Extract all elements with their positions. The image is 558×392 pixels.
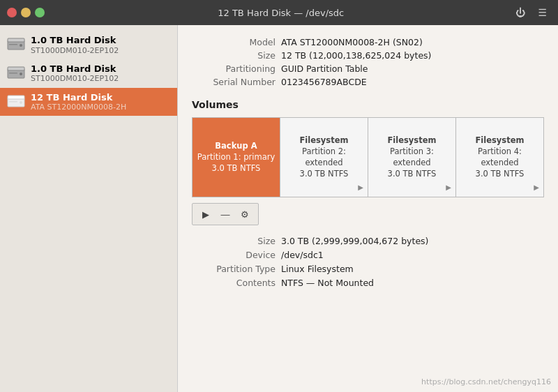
partition-1-type: Partition 1: primary [197,151,275,163]
menu-button[interactable]: ☰ [534,6,551,20]
partition-bar: Backup A Partition 1: primary 3.0 TB NTF… [192,117,544,197]
svg-rect-7 [9,73,17,74]
partition-2-name: Filesystem [299,135,348,146]
partition-2[interactable]: Filesystem Partition 2: extended 3.0 TB … [280,118,368,197]
titlebar-actions: ⏻ ☰ [511,6,551,20]
sidebar-disk1-subtitle: ST1000DM010-2EP102 [31,46,119,55]
model-value: ATA ST12000NM0008-2H (SN02) [281,36,544,48]
partition-2-type: Partition 2: extended [283,146,365,168]
partition-2-arrow: ▶ [358,183,363,191]
partition-3-type: Partition 3: extended [371,146,453,168]
svg-rect-5 [8,67,24,70]
partition-details: Size 3.0 TB (2,999,999,004,672 bytes) De… [192,235,544,289]
disk-info: Model ATA ST12000NM0008-2H (SN02) Size 1… [192,36,544,88]
partition-4-type: Partition 4: extended [459,146,541,168]
model-label: Model [192,36,276,48]
sidebar-text-disk2: 1.0 TB Hard Disk ST1000DM010-2EP102 [31,63,119,84]
gear-button[interactable]: ⚙ [236,206,254,222]
detail-device-label: Device [192,249,276,261]
sidebar-disk2-title: 1.0 TB Hard Disk [31,63,119,75]
detail-contents-value: NTFS — Not Mounted [281,277,544,289]
close-button[interactable] [7,8,17,17]
disk-icon-2 [7,66,25,80]
sidebar-item-disk1[interactable]: 1.0 TB Hard Disk ST1000DM010-2EP102 [0,31,177,59]
partition-3-name: Filesystem [387,135,436,146]
svg-rect-3 [9,44,17,45]
detail-size-value: 3.0 TB (2,999,999,004,672 bytes) [281,235,544,247]
sidebar-item-disk2[interactable]: 1.0 TB Hard Disk ST1000DM010-2EP102 [0,59,177,88]
serial-value: 0123456789ABCDE [281,76,544,88]
partition-1-size: 3.0 TB NTFS [212,163,261,174]
partition-1[interactable]: Backup A Partition 1: primary 3.0 TB NTF… [193,118,280,197]
partition-3-arrow: ▶ [446,183,451,191]
partition-4-size: 3.0 TB NTFS [476,168,525,179]
partition-4[interactable]: Filesystem Partition 4: extended 3.0 TB … [456,118,543,197]
detail-contents-label: Contents [192,277,276,289]
minus-button[interactable]: — [216,206,234,222]
svg-rect-1 [8,38,24,42]
detail-type-label: Partition Type [192,263,276,275]
svg-rect-11 [9,101,17,103]
main-layout: 1.0 TB Hard Disk ST1000DM010-2EP102 1.0 … [0,25,558,392]
svg-rect-9 [8,96,24,99]
sidebar-disk2-subtitle: ST1000DM010-2EP102 [31,74,119,83]
sidebar-item-disk3[interactable]: 12 TB Hard Disk ATA ST12000NM0008-2H [0,88,177,116]
sidebar-text-disk3: 12 TB Hard Disk ATA ST12000NM0008-2H [31,92,126,112]
maximize-button[interactable] [35,8,45,17]
partition-4-name: Filesystem [475,135,524,146]
disk-icon-3 [7,95,25,109]
minimize-button[interactable] [21,8,31,17]
size-label: Size [192,50,276,61]
partition-4-arrow: ▶ [534,183,539,191]
detail-type-value: Linux Filesystem [281,263,544,275]
sidebar: 1.0 TB Hard Disk ST1000DM010-2EP102 1.0 … [0,25,178,392]
sidebar-disk3-title: 12 TB Hard Disk [31,92,126,103]
titlebar: 12 TB Hard Disk — /dev/sdc ⏻ ☰ [0,0,558,25]
svg-point-2 [20,44,22,47]
partition-3[interactable]: Filesystem Partition 3: extended 3.0 TB … [368,118,456,197]
partition-1-name: Backup A [215,141,257,151]
partitioning-label: Partitioning [192,63,276,75]
partition-2-size: 3.0 TB NTFS [300,168,349,179]
svg-point-6 [20,73,22,75]
partition-toolbar: ▶ — ⚙ [192,203,259,225]
window-controls [7,8,45,17]
size-value: 12 TB (12,000,138,625,024 bytes) [281,50,544,61]
disk-icon [7,38,25,52]
partitioning-value: GUID Partition Table [281,63,544,75]
detail-size-label: Size [192,235,276,247]
content-area: Model ATA ST12000NM0008-2H (SN02) Size 1… [178,25,558,392]
serial-label: Serial Number [192,76,276,88]
play-button[interactable]: ▶ [197,206,215,222]
window-title: 12 TB Hard Disk — /dev/sdc [56,8,506,18]
partition-3-size: 3.0 TB NTFS [388,168,437,179]
detail-device-value: /dev/sdc1 [281,249,544,261]
power-button[interactable]: ⏻ [511,6,529,20]
sidebar-text-disk1: 1.0 TB Hard Disk ST1000DM010-2EP102 [31,35,119,55]
sidebar-disk1-title: 1.0 TB Hard Disk [31,35,119,46]
sidebar-disk3-subtitle: ATA ST12000NM0008-2H [31,103,126,112]
volumes-title: Volumes [192,99,544,110]
svg-point-10 [20,101,22,104]
